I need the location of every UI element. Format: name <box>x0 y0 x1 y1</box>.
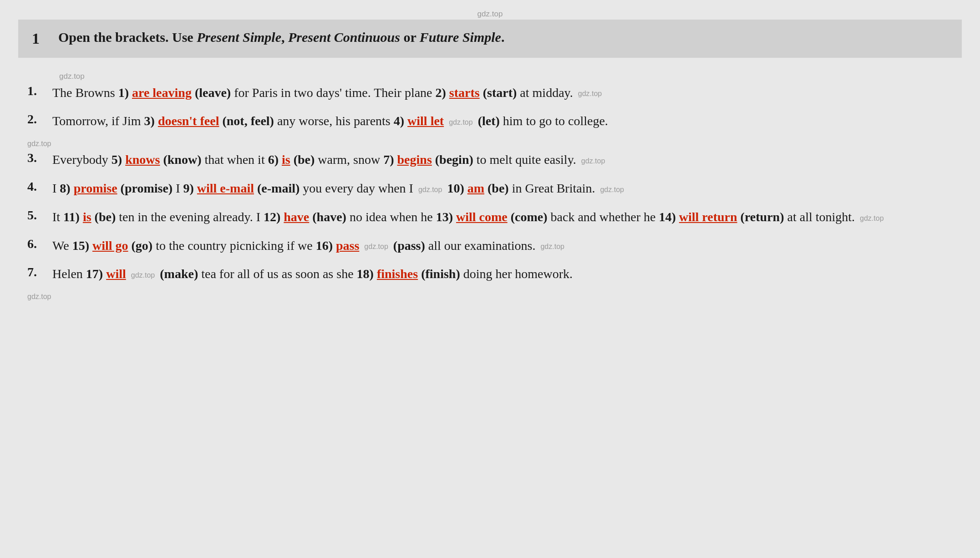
item-text-7: Helen 17) will gdz.top (make) tea for al… <box>52 264 953 284</box>
exercise-item-1: 1. The Browns 1) are leaving (leave) for… <box>27 83 953 103</box>
item-number-7: 7. <box>27 265 52 279</box>
answer-3: doesn't feel <box>158 114 219 128</box>
answer-15: will go <box>92 238 128 253</box>
answer-18: finishes <box>377 267 418 281</box>
answer-5: knows <box>125 152 160 167</box>
exercise-header: 1 Open the brackets. Use Present Simple,… <box>18 20 962 58</box>
exercise-item-7: 7. Helen 17) will gdz.top (make) tea for… <box>27 264 953 284</box>
answer-16: pass <box>336 238 359 253</box>
item-text-3: Everybody 5) knows (know) that when it 6… <box>52 150 953 170</box>
item-text-6: We 15) will go (go) to the country picni… <box>52 236 953 256</box>
item-number-1: 1. <box>27 84 52 98</box>
answer-1: are leaving <box>132 86 192 100</box>
item-text-2: Tomorrow, if Jim 3) doesn't feel (not, f… <box>52 111 953 132</box>
item-text-4: I 8) promise (promise) I 9) will e-mail … <box>52 178 953 199</box>
exercise-item-4: 4. I 8) promise (promise) I 9) will e-ma… <box>27 178 953 199</box>
exercise-title: Open the brackets. Use Present Simple, P… <box>58 28 504 47</box>
answer-17: will <box>106 267 126 281</box>
item-number-5: 5. <box>27 208 52 223</box>
answer-12: have <box>284 210 309 224</box>
answer-13: will come <box>456 210 508 224</box>
answer-4: will let <box>407 114 444 128</box>
item-number-2: 2. <box>27 112 52 127</box>
answer-10: am <box>467 181 484 195</box>
answer-9: will e-mail <box>197 181 254 195</box>
exercise-item-3: 3. Everybody 5) knows (know) that when i… <box>27 150 953 170</box>
watermark-bottom: gdz.top <box>27 293 953 301</box>
item-number-4: 4. <box>27 179 52 194</box>
item-text-1: The Browns 1) are leaving (leave) for Pa… <box>52 83 953 103</box>
item-number-3: 3. <box>27 151 52 165</box>
answer-11: is <box>83 210 91 224</box>
exercise-number: 1 <box>32 28 50 50</box>
watermark-top: gdz.top <box>18 9 962 19</box>
answer-7: begins <box>397 152 432 167</box>
exercise-item-2: 2. Tomorrow, if Jim 3) doesn't feel (not… <box>27 111 953 132</box>
answer-2: starts <box>449 86 480 100</box>
exercise-item-6: 6. We 15) will go (go) to the country pi… <box>27 236 953 256</box>
answer-8: promise <box>74 181 117 195</box>
item-number-6: 6. <box>27 237 52 251</box>
answer-14: will return <box>679 210 737 224</box>
exercise-content: 1. The Browns 1) are leaving (leave) for… <box>18 83 962 301</box>
watermark-left: gdz.top <box>27 140 953 148</box>
answer-6: is <box>282 152 290 167</box>
exercise-item-5: 5. It 11) is (be) ten in the evening alr… <box>27 207 953 228</box>
item-text-5: It 11) is (be) ten in the evening alread… <box>52 207 953 228</box>
watermark-1: gdz.top <box>18 71 962 81</box>
